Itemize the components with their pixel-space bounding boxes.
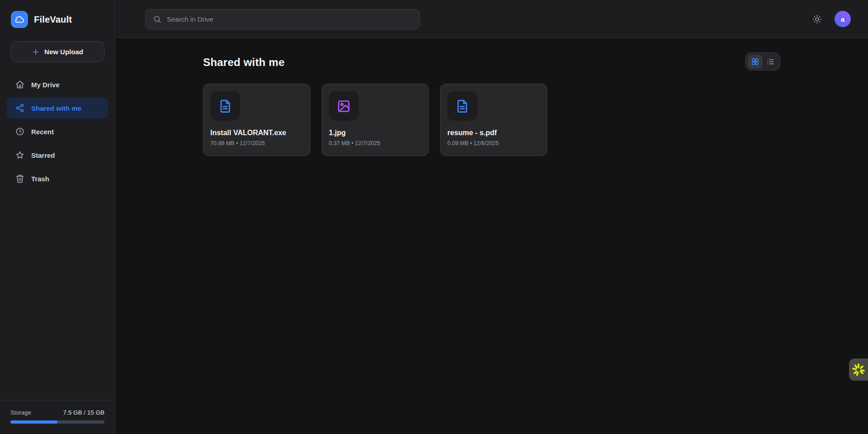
extension-badge[interactable]	[849, 359, 868, 381]
clock-icon	[15, 127, 24, 136]
share-icon	[15, 104, 24, 113]
search-icon	[153, 15, 161, 24]
file-name: resume - s.pdf	[447, 129, 541, 137]
file-card[interactable]: resume - s.pdf 0.09 MB • 12/6/2025	[440, 84, 547, 156]
theme-toggle-button[interactable]	[811, 13, 824, 26]
sidebar-item-my-drive[interactable]: My Drive	[7, 74, 108, 95]
document-file-icon	[455, 99, 470, 114]
file-tile	[210, 91, 240, 121]
sidebar-item-recent[interactable]: Recent	[7, 121, 108, 142]
starburst-icon	[852, 363, 865, 377]
file-meta: 70.89 MB • 12/7/2025	[210, 140, 265, 146]
storage-progress-fill	[10, 420, 57, 424]
new-upload-button[interactable]: New Upload	[10, 41, 104, 62]
user-avatar[interactable]: a	[835, 11, 851, 27]
sun-icon	[812, 14, 822, 24]
plus-icon	[32, 48, 40, 56]
file-card[interactable]: 1.jpg 0.37 MB • 12/7/2025	[322, 84, 429, 156]
file-name: Install VALORANT.exe	[210, 129, 304, 137]
sidebar-nav: My Drive Shared with me Recent Starred T…	[7, 74, 108, 189]
cloud-logo-icon	[11, 11, 28, 28]
file-card[interactable]: Install VALORANT.exe 70.89 MB • 12/7/202…	[203, 84, 310, 156]
file-meta: 0.09 MB • 12/6/2025	[447, 140, 498, 146]
view-toggle	[745, 52, 780, 71]
image-file-icon	[336, 99, 351, 114]
filevault-app: FileVault New Upload My Drive Shared wit…	[0, 0, 868, 434]
file-tile	[329, 91, 359, 121]
sidebar-item-label: Recent	[31, 128, 54, 136]
header-actions: a	[811, 0, 851, 38]
trash-icon	[15, 174, 24, 183]
avatar-letter: a	[841, 15, 844, 23]
main-content: Shared with me Install VALORANT.exe 70.8…	[116, 38, 868, 434]
sidebar-item-trash[interactable]: Trash	[7, 168, 108, 189]
app-logo: FileVault	[0, 0, 115, 28]
star-icon	[15, 151, 24, 160]
storage-usage: 7.5 GB / 15 GB	[63, 409, 104, 416]
grid-view-icon	[751, 57, 759, 66]
file-grid: Install VALORANT.exe 70.89 MB • 12/7/202…	[203, 84, 547, 156]
storage-section: Storage 7.5 GB / 15 GB	[0, 400, 115, 434]
sidebar-item-shared-with-me[interactable]: Shared with me	[7, 98, 108, 118]
new-upload-label: New Upload	[44, 48, 83, 56]
list-view-button[interactable]	[764, 55, 778, 69]
file-tile	[447, 91, 477, 121]
page-title: Shared with me	[203, 56, 285, 69]
app-title: FileVault	[34, 14, 72, 25]
sidebar-item-label: Shared with me	[31, 104, 81, 112]
home-icon	[15, 80, 24, 89]
sidebar-item-label: Starred	[31, 151, 55, 159]
storage-progress-track	[10, 420, 104, 424]
storage-label: Storage	[10, 409, 31, 416]
search-input[interactable]	[167, 15, 412, 23]
top-bar: a	[116, 0, 868, 38]
sidebar: FileVault New Upload My Drive Shared wit…	[0, 0, 115, 434]
list-view-icon	[766, 57, 775, 66]
sidebar-item-label: My Drive	[31, 81, 60, 89]
search-box[interactable]	[145, 9, 420, 29]
sidebar-item-label: Trash	[31, 175, 49, 183]
document-file-icon	[218, 99, 233, 114]
grid-view-button[interactable]	[748, 55, 763, 69]
file-meta: 0.37 MB • 12/7/2025	[329, 140, 380, 146]
sidebar-item-starred[interactable]: Starred	[7, 145, 108, 165]
file-name: 1.jpg	[329, 129, 423, 137]
